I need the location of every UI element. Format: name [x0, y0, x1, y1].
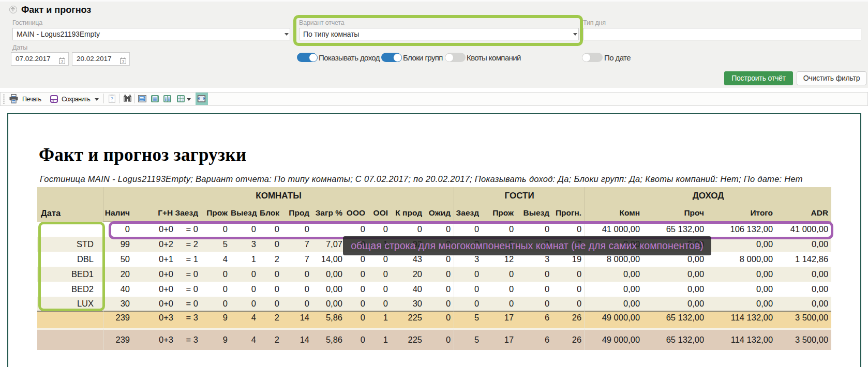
svg-text:?: ? — [111, 96, 114, 101]
svg-text:7: 7 — [61, 59, 63, 64]
svg-text:7: 7 — [122, 59, 124, 64]
